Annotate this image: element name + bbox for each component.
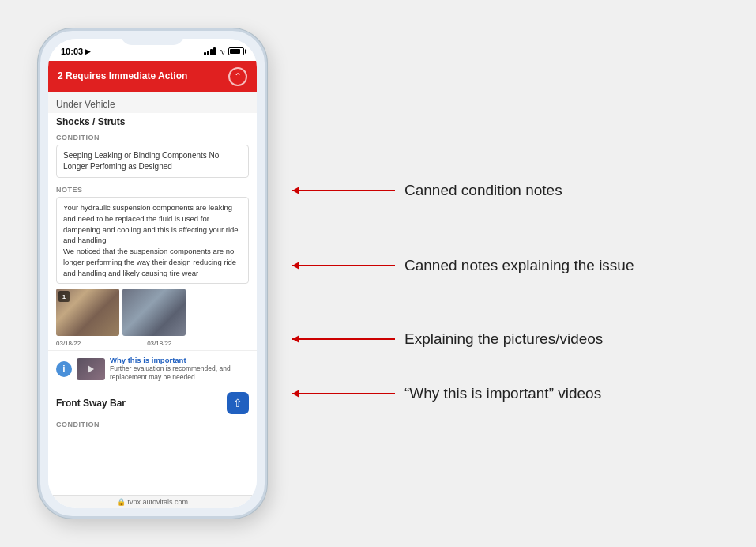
phone-notch xyxy=(121,31,184,45)
annotation-why: “Why this is important” videos xyxy=(292,385,601,402)
annotations-overlay: Canned condition notes Canned notes expl… xyxy=(292,0,743,547)
arrow-left-1 xyxy=(292,187,299,194)
photo-dates: 03/18/22 03/18/22 xyxy=(48,339,257,350)
annotation-line-3 xyxy=(292,338,395,340)
lock-icon: 🔒 xyxy=(117,498,126,506)
photo-thumb-1[interactable]: 1 xyxy=(56,289,119,336)
annotation-label-3: Explaining the pictures/videos xyxy=(404,330,603,348)
url-bar: 🔒 tvpx.autovitals.com xyxy=(48,495,257,508)
phone-screen: 10:03 ▶ ∿ 2 Requires Immediate Action xyxy=(48,39,257,508)
annotation-line-1 xyxy=(292,190,395,191)
signal-icon xyxy=(204,47,216,55)
annotation-label-1: Canned condition notes xyxy=(404,182,562,199)
url-text: tvpx.autovitals.com xyxy=(127,498,188,506)
photo-date-2: 03/18/22 xyxy=(147,340,171,347)
wifi-icon: ∿ xyxy=(219,47,225,56)
why-video-thumb[interactable] xyxy=(77,358,105,380)
photo-strip: 1 xyxy=(48,289,257,339)
condition-text: Seeping Leaking or Binding Components No… xyxy=(56,145,249,178)
phone-mockup: 10:03 ▶ ∿ 2 Requires Immediate Action xyxy=(38,28,267,519)
front-sway-row: Front Sway Bar ⇧ xyxy=(48,387,257,417)
status-time: 10:03 xyxy=(61,47,83,56)
annotation-canned-notes: Canned notes explaining the issue xyxy=(292,257,634,274)
front-sway-condition-label: CONDITION xyxy=(48,417,257,430)
why-subtitle: Further evaluation is recommended, and r… xyxy=(110,364,249,382)
front-sway-section: Front Sway Bar ⇧ CONDITION xyxy=(48,387,257,430)
arrow-left-2 xyxy=(292,262,299,270)
battery-icon xyxy=(228,47,244,55)
why-title: Why this is important xyxy=(110,356,249,364)
notes-label: NOTES xyxy=(48,183,257,195)
subsection-shocks-title: Shocks / Struts xyxy=(48,113,257,130)
notes-text: Your hydraulic suspension components are… xyxy=(56,197,249,284)
content-area[interactable]: Under Vehicle Shocks / Struts CONDITION … xyxy=(48,92,257,495)
photo-date-1: 03/18/22 xyxy=(56,340,81,347)
condition-label: CONDITION xyxy=(48,130,257,143)
action-banner[interactable]: 2 Requires Immediate Action ⌃ xyxy=(48,61,257,92)
play-icon xyxy=(88,365,94,373)
arrow-left-4 xyxy=(292,390,299,398)
photo-thumb-2[interactable] xyxy=(122,289,186,336)
annotation-pictures: Explaining the pictures/videos xyxy=(292,330,603,348)
section-header: Under Vehicle xyxy=(48,92,257,113)
status-icons: ∿ xyxy=(204,47,244,56)
location-icon: ▶ xyxy=(85,47,91,55)
annotation-line-2 xyxy=(292,265,395,266)
upload-button[interactable]: ⇧ xyxy=(227,392,249,414)
info-icon: i xyxy=(56,361,72,377)
why-important-row[interactable]: i Why this is important Further evaluati… xyxy=(48,350,257,387)
why-text: Why this is important Further evaluation… xyxy=(110,356,249,382)
phone-content: Under Vehicle Shocks / Struts CONDITION … xyxy=(48,92,257,508)
chevron-up-icon[interactable]: ⌃ xyxy=(228,67,247,86)
photo-badge-1: 1 xyxy=(58,291,70,302)
annotation-label-4: “Why this is important” videos xyxy=(404,385,601,402)
annotation-label-2: Canned notes explaining the issue xyxy=(404,257,634,274)
front-sway-title: Front Sway Bar xyxy=(56,398,126,409)
annotation-line-4 xyxy=(292,393,395,394)
arrow-left-3 xyxy=(292,335,299,343)
action-banner-text: 2 Requires Immediate Action xyxy=(58,70,187,83)
annotation-canned-condition: Canned condition notes xyxy=(292,182,562,199)
